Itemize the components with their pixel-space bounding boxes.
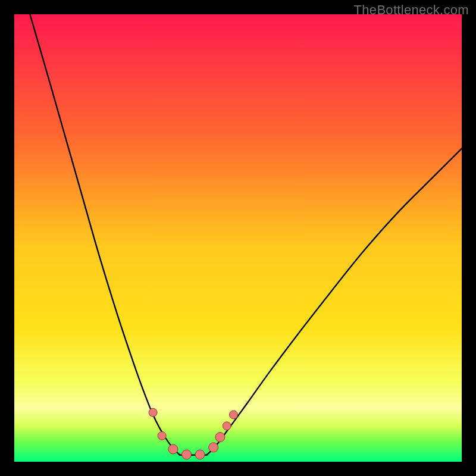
data-marker [229,411,237,419]
data-marker [195,450,205,459]
chart-frame: TheBottleneck.com [0,0,476,476]
data-marker [158,431,166,440]
data-marker [168,444,178,454]
data-marker [149,408,157,416]
plot-area [14,14,462,462]
data-marker [215,433,225,442]
data-marker [209,443,218,452]
bottleneck-curve [14,14,462,462]
data-marker [223,422,231,430]
watermark-text: TheBottleneck.com [354,2,469,18]
data-marker [182,450,192,459]
